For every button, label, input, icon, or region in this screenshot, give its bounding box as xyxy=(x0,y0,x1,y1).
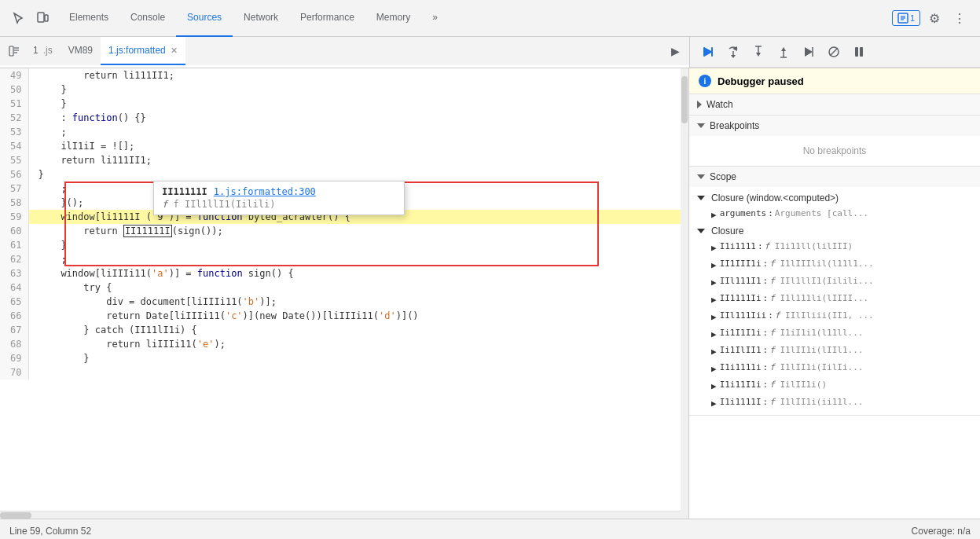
svg-rect-27 xyxy=(860,47,863,57)
scope-item: ▶ I1i11I1i : f IilII1i() xyxy=(689,377,980,394)
table-row: 51 } xyxy=(0,97,688,111)
code-editor: 49 return li111II1; 50 } 51 } 52 xyxy=(0,68,689,519)
tab-icon-area xyxy=(3,9,58,28)
tab-console[interactable]: Console xyxy=(119,0,176,37)
svg-marker-20 xyxy=(781,47,786,51)
scope-triangle-down-icon xyxy=(697,174,705,179)
table-row: 56 } xyxy=(0,167,688,182)
closure-computed-header[interactable]: Closure (window.<computed>) xyxy=(689,190,980,206)
tab-more[interactable]: » xyxy=(421,0,449,37)
inspect-icon[interactable] xyxy=(9,9,28,28)
scope-item: ▶ II1111Ii : f I1l111li(lIIII... xyxy=(689,291,980,308)
right-panel: i Debugger paused Watch Breakpoints No b… xyxy=(689,68,980,519)
scope-item: ▶ II1III1i : f I1lIIIlil(l11l1... xyxy=(689,256,980,273)
run-snippet-icon[interactable]: ▶ xyxy=(664,40,686,62)
no-breakpoints-label: No breakpoints xyxy=(689,139,980,163)
close-tab-icon[interactable]: ✕ xyxy=(171,46,178,56)
more-options-icon[interactable]: ⋮ xyxy=(949,7,971,29)
svg-rect-1 xyxy=(45,15,48,21)
tooltip-signature: f f IIl1llI1(Iilili) xyxy=(162,199,396,210)
scope-item: ▶ Ii1IlII1 : f I1lII1i(lIIl1... xyxy=(689,343,980,360)
horizontal-scrollbar-thumb[interactable] xyxy=(0,512,31,519)
svg-rect-12 xyxy=(711,47,713,57)
device-toolbar-icon[interactable] xyxy=(33,9,52,28)
settings-icon[interactable]: ⚙ xyxy=(923,7,945,29)
table-row: 55 return li111II1; xyxy=(0,153,688,167)
debugger-toolbar xyxy=(689,37,980,68)
closure-header[interactable]: Closure xyxy=(689,223,980,239)
watch-section: Watch xyxy=(689,94,980,116)
coverage-status: Coverage: n/a xyxy=(912,526,971,537)
file-tabs-bar: 1.js VM89 1.js:formatted ✕ ▶ xyxy=(0,37,689,65)
tab-memory[interactable]: Memory xyxy=(365,0,421,37)
table-row: 64 try { xyxy=(0,280,688,295)
breakpoints-section-header[interactable]: Breakpoints xyxy=(689,116,980,136)
file-tab-1js[interactable]: 1.js xyxy=(25,37,61,65)
scope-item-tri-icon[interactable]: ▶ xyxy=(711,346,717,358)
table-row: 53 ; xyxy=(0,125,688,139)
tab-elements[interactable]: Elements xyxy=(58,0,119,37)
table-row: 63 window[liIIIi11('a')] = function sign… xyxy=(0,266,688,280)
table-row: 65 div = document[liIIIi11('b')]; xyxy=(0,295,688,309)
devtools-tab-bar: Elements Console Sources Network Perform… xyxy=(0,0,980,37)
scope-section-header[interactable]: Scope xyxy=(689,167,980,187)
breakpoints-content: No breakpoints xyxy=(689,136,980,166)
table-row: 52 : function() {} xyxy=(0,111,688,125)
step-button[interactable] xyxy=(797,40,820,64)
scope-item: ▶ I1i1111 : f I1i11ll(lilIII) xyxy=(689,239,980,256)
scope-item: ▶ Ii1I1I1i : f I1iI1i1(l11ll... xyxy=(689,325,980,343)
scope-item-tri-icon[interactable]: ▶ xyxy=(711,328,717,341)
notification-badge[interactable]: 1 xyxy=(892,10,920,26)
horizontal-scrollbar[interactable] xyxy=(0,511,681,519)
step-out-button[interactable] xyxy=(772,40,795,64)
table-row: 67 } catch (II11lI1i) { xyxy=(0,323,688,337)
svg-marker-22 xyxy=(805,47,813,57)
scope-item-tri-icon[interactable]: ▶ xyxy=(711,363,717,376)
tab-network[interactable]: Network xyxy=(233,0,289,37)
scope-item-tri-icon[interactable]: ▶ xyxy=(711,259,717,272)
step-into-button[interactable] xyxy=(747,40,770,64)
svg-marker-15 xyxy=(731,55,736,58)
svg-marker-17 xyxy=(756,53,761,57)
scrollbar-thumb[interactable] xyxy=(681,76,688,123)
table-row: 54 ilI1iI = ![]; xyxy=(0,139,688,153)
tooltip-link[interactable]: 1.js:formatted:300 xyxy=(214,186,316,197)
tab-sources[interactable]: Sources xyxy=(176,0,233,37)
scope-section: Scope Closure (window.<computed>) ▶ argu… xyxy=(689,167,980,416)
scope-item-triangle-icon[interactable]: ▶ xyxy=(711,209,717,222)
scope-item: ▶ IIl111I1 : f IIl1llI1(Iilili... xyxy=(689,273,980,291)
scope-item-tri-icon[interactable]: ▶ xyxy=(711,398,717,410)
pause-on-exceptions-button[interactable] xyxy=(847,40,871,64)
tooltip-popup: II11111I 1.js:formatted:300 f f IIl1llI1… xyxy=(153,181,405,215)
watch-section-header[interactable]: Watch xyxy=(689,94,980,115)
scope-item-tri-icon[interactable]: ▶ xyxy=(711,311,717,324)
table-row: 68 return liIIIi11('e'); xyxy=(0,337,688,351)
table-row: 60 return II11111I(sign()); xyxy=(0,224,688,238)
svg-rect-26 xyxy=(855,47,858,57)
cursor-position: Line 59, Column 52 xyxy=(9,526,91,537)
file-tab-vm89[interactable]: VM89 xyxy=(61,37,101,65)
tab-performance[interactable]: Performance xyxy=(289,0,365,37)
closure-computed-triangle-icon xyxy=(697,196,705,200)
file-tab-1js-formatted[interactable]: 1.js:formatted ✕ xyxy=(101,37,185,65)
svg-rect-11 xyxy=(703,47,705,57)
triangle-down-icon xyxy=(697,123,705,128)
table-row: 69 } xyxy=(0,351,688,365)
resume-button[interactable] xyxy=(696,40,720,64)
scope-item-tri-icon[interactable]: ▶ xyxy=(711,294,717,306)
deactivate-breakpoints-button[interactable] xyxy=(822,40,846,64)
scope-item: ▶ IIl111Iii : f IIlIliii(II1, ... xyxy=(689,308,980,325)
main-layout: 49 return li111II1; 50 } 51 } 52 xyxy=(0,68,980,519)
scope-item-tri-icon[interactable]: ▶ xyxy=(711,380,717,393)
svg-rect-0 xyxy=(38,13,44,22)
table-row: 49 return li111II1; xyxy=(0,68,688,82)
code-scroll[interactable]: 49 return li111II1; 50 } 51 } 52 xyxy=(0,68,688,519)
tooltip-var-name: II11111I xyxy=(162,186,207,197)
scope-item-tri-icon[interactable]: ▶ xyxy=(711,242,717,255)
scope-item-tri-icon[interactable]: ▶ xyxy=(711,277,717,289)
scope-item: ▶ I1i1111i : f I1lII1i(IilIi... xyxy=(689,360,980,377)
navigator-toggle-icon[interactable] xyxy=(3,40,25,62)
table-row: 66 return Date[liIIIi11('c')](new Date()… xyxy=(0,309,688,323)
table-row: 61 } xyxy=(0,238,688,252)
step-over-button[interactable] xyxy=(721,40,745,64)
